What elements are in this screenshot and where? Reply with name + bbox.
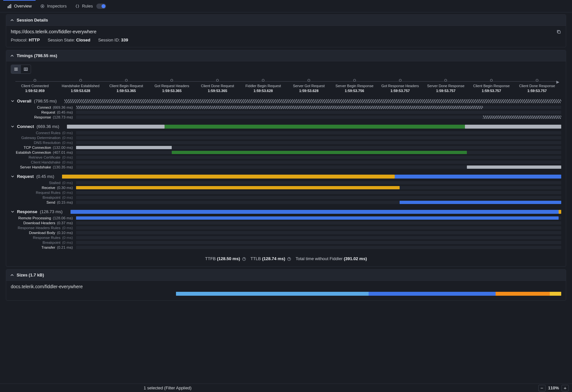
tab-label: Rules bbox=[82, 4, 93, 8]
sizes-header[interactable]: Sizes (1.7 kB) bbox=[6, 270, 566, 281]
tabs-bar: Overview Inspectors Rules bbox=[0, 0, 572, 12]
panel-title: Timings (798.55 ms) bbox=[17, 53, 57, 58]
status-text: 1 selected (Filter Applied) bbox=[144, 385, 538, 390]
zoom-value: 110% bbox=[546, 385, 561, 390]
tab-label: Inspectors bbox=[47, 4, 67, 8]
session-details-header[interactable]: Session Details bbox=[6, 15, 566, 26]
milestone: Server Begin Response1:59:53.756 bbox=[332, 79, 377, 93]
connect-group: Connect (669.36 ms) Connect Rules (0 ms)… bbox=[11, 124, 561, 169]
session-url: https://docs.telerik.com/fiddler-everywh… bbox=[11, 29, 96, 34]
content-scroll[interactable]: Session Details https://docs.telerik.com… bbox=[0, 12, 572, 384]
milestone: Got Request Headers1:59:53.365 bbox=[149, 79, 195, 93]
milestone: Client Connected1:59:52.959 bbox=[12, 79, 58, 93]
request-group: Request (0.45 ms) Stalled (0 ms)Receive … bbox=[11, 174, 561, 205]
panel-title: Sizes (1.7 kB) bbox=[17, 273, 44, 277]
timing-row: Send (0.15 ms) bbox=[11, 200, 561, 205]
timing-row: TCP Connection (132.00 ms) bbox=[11, 145, 561, 150]
help-icon[interactable] bbox=[287, 257, 291, 261]
milestone: Client Begin Request1:59:53.365 bbox=[103, 79, 149, 93]
overview-icon bbox=[7, 4, 12, 8]
timing-row: Download Body (0.10 ms) bbox=[11, 230, 561, 235]
milestone: Got Response Headers1:59:53.757 bbox=[377, 79, 423, 93]
tab-overview[interactable]: Overview bbox=[3, 0, 36, 12]
zoom-in-button[interactable]: + bbox=[562, 385, 569, 391]
help-icon[interactable] bbox=[242, 257, 246, 261]
chevron-down-icon bbox=[11, 99, 14, 103]
chevron-up-icon bbox=[10, 18, 14, 22]
view-toggle bbox=[11, 65, 31, 74]
timings-summary: TTFB (128.50 ms) TTLB (128.74 ms) Total … bbox=[11, 254, 561, 262]
tab-rules[interactable]: Rules bbox=[71, 0, 110, 12]
timing-row: Response Headers Rules (0 ms) bbox=[11, 225, 561, 230]
chevron-up-icon bbox=[10, 273, 14, 277]
timing-row: Stalled (0 ms) bbox=[11, 180, 561, 185]
request-group-header[interactable]: Request (0.45 ms) bbox=[11, 174, 561, 179]
timing-row: Connect (669.36 ms) bbox=[11, 105, 561, 110]
sizes-url: docs.telerik.com/fiddler-everywhere bbox=[11, 284, 561, 289]
milestone: Server Got Request1:59:53.628 bbox=[286, 79, 332, 93]
timing-row: Server Handshake (130.35 ms) bbox=[11, 165, 561, 169]
zoom-out-button[interactable]: − bbox=[538, 385, 546, 391]
chevron-down-icon bbox=[11, 210, 14, 213]
milestone: Fiddler Begin Request1:59:53.628 bbox=[240, 79, 286, 93]
svg-rect-1 bbox=[9, 5, 10, 8]
svg-rect-5 bbox=[558, 31, 561, 33]
response-group-header[interactable]: Response (128.73 ms) bbox=[11, 209, 561, 214]
target-icon bbox=[40, 4, 45, 8]
chevron-up-icon bbox=[10, 54, 14, 58]
response-group: Response (128.73 ms) Remote Processing (… bbox=[11, 209, 561, 250]
table-view-button[interactable] bbox=[21, 65, 31, 73]
timing-row: Gateway Determination (0 ms) bbox=[11, 135, 561, 140]
rules-icon bbox=[75, 4, 80, 8]
svg-point-4 bbox=[42, 6, 43, 7]
copy-icon[interactable] bbox=[556, 29, 561, 34]
panel-title: Session Details bbox=[17, 18, 48, 23]
rules-toggle[interactable] bbox=[96, 4, 106, 9]
timing-row: Retrieve Certificate (0 ms) bbox=[11, 155, 561, 160]
timings-header[interactable]: Timings (798.55 ms) bbox=[6, 50, 566, 61]
status-bar: 1 selected (Filter Applied) − 110% + bbox=[0, 384, 572, 392]
timing-row: Client Handshake (0 ms) bbox=[11, 160, 561, 165]
zoom-controls: − 110% + bbox=[538, 385, 569, 391]
session-details-panel: Session Details https://docs.telerik.com… bbox=[6, 14, 566, 47]
milestone-timeline: ▶ Client Connected1:59:52.959Handshake E… bbox=[12, 79, 560, 93]
timing-row: Establish Connection (407.01 ms) bbox=[11, 150, 561, 155]
timing-row: Request (0.45 ms) bbox=[11, 110, 561, 115]
timing-row: Breakpoint (0 ms) bbox=[11, 240, 561, 245]
connect-group-header[interactable]: Connect (669.36 ms) bbox=[11, 124, 561, 129]
timing-row: Response Rules (0 ms) bbox=[11, 235, 561, 240]
timing-row: DNS Resolution (0 ms) bbox=[11, 140, 561, 145]
milestone: Handshake Established1:59:53.628 bbox=[58, 79, 103, 93]
session-meta: Protocol: HTTP Session State: Closed Ses… bbox=[11, 38, 561, 42]
tab-label: Overview bbox=[14, 4, 32, 8]
timings-panel: Timings (798.55 ms) ▶ Client Connected1:… bbox=[6, 50, 566, 267]
milestone: Client Done Request1:59:53.365 bbox=[195, 79, 240, 93]
timing-row: Request Rules (0 ms) bbox=[11, 190, 561, 195]
milestone: Client Done Response1:59:53.757 bbox=[514, 79, 560, 93]
timing-row: Receive (0.30 ms) bbox=[11, 185, 561, 190]
timing-row: Response (128.73 ms) bbox=[11, 115, 561, 119]
milestone: Client Begin Response1:59:53.757 bbox=[469, 79, 514, 93]
timing-row: Download Headers (0.37 ms) bbox=[11, 220, 561, 225]
tab-inspectors[interactable]: Inspectors bbox=[36, 0, 71, 12]
chevron-down-icon bbox=[11, 125, 14, 128]
sizes-bar bbox=[176, 292, 561, 296]
timing-row: Connect Rules (0 ms) bbox=[11, 130, 561, 135]
milestone: Server Done Response1:59:53.757 bbox=[423, 79, 469, 93]
waterfall-view-button[interactable] bbox=[11, 65, 21, 73]
timing-row: Breakpoint (0 ms) bbox=[11, 195, 561, 200]
svg-rect-2 bbox=[10, 4, 11, 8]
overall-group: Overall (798.55 ms) Connect (669.36 ms)R… bbox=[11, 99, 561, 119]
overall-group-header[interactable]: Overall (798.55 ms) bbox=[11, 99, 561, 103]
sizes-panel: Sizes (1.7 kB) docs.telerik.com/fiddler-… bbox=[6, 269, 566, 301]
timing-row: Transfer (0.21 ms) bbox=[11, 245, 561, 250]
timing-row: Remote Processing (128.06 ms) bbox=[11, 215, 561, 220]
chevron-down-icon bbox=[11, 175, 14, 178]
svg-rect-0 bbox=[8, 6, 8, 8]
